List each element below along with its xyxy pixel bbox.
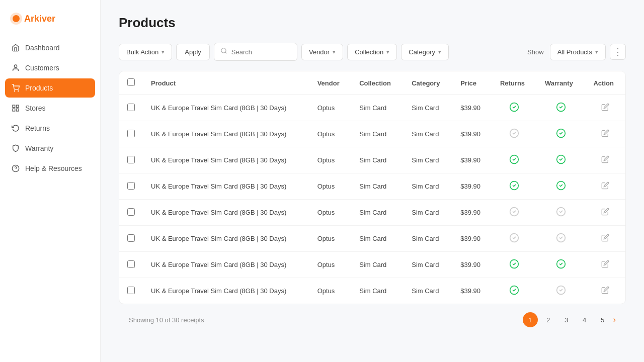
- sidebar-item-stores[interactable]: Stores: [5, 99, 95, 118]
- row-warranty-4: [537, 200, 585, 226]
- row-product-3: UK & Europe Travel Sim Card (8GB | 30 Da…: [143, 173, 309, 200]
- sidebar-item-label: Stores: [25, 104, 45, 112]
- shield-icon: [11, 144, 20, 153]
- row-collection-0: Sim Card: [351, 95, 404, 121]
- row-price-2: $39.90: [452, 147, 492, 173]
- sidebar-item-warranty[interactable]: Warranty: [5, 139, 95, 158]
- table-header-row: Product Vendor Collection Category Price…: [119, 71, 625, 95]
- sidebar-item-products[interactable]: Products: [5, 78, 95, 98]
- sidebar-item-dashboard[interactable]: Dashboard: [5, 38, 95, 57]
- page-btn-3[interactable]: 3: [559, 312, 574, 327]
- row-vendor-5: Optus: [309, 226, 352, 252]
- category-filter-button[interactable]: Category ▾: [401, 44, 449, 60]
- page-title: Products: [119, 15, 626, 31]
- collection-filter-button[interactable]: Collection ▾: [347, 44, 397, 60]
- sidebar-item-label: Warranty: [25, 144, 53, 152]
- sidebar-item-label: Dashboard: [25, 44, 60, 52]
- row-returns-4: [492, 200, 537, 226]
- show-label: Show: [527, 48, 544, 56]
- row-warranty-1: [537, 121, 585, 147]
- row-checkbox-cell: [119, 278, 143, 304]
- sidebar-item-returns[interactable]: Returns: [5, 119, 95, 138]
- chevron-down-icon: ▾: [595, 49, 598, 55]
- row-action-1[interactable]: [585, 121, 625, 147]
- page-btn-5[interactable]: 5: [595, 312, 610, 327]
- svg-rect-8: [16, 109, 19, 111]
- row-checkbox-0[interactable]: [127, 104, 135, 111]
- row-action-2[interactable]: [585, 147, 625, 173]
- chevron-down-icon: ▾: [333, 49, 336, 55]
- row-price-3: $39.90: [452, 173, 492, 200]
- next-page-button[interactable]: ›: [613, 315, 616, 324]
- row-category-6: Sim Card: [404, 252, 452, 278]
- row-returns-2: [492, 147, 537, 173]
- svg-point-3: [14, 65, 17, 67]
- row-warranty-6: [537, 252, 585, 278]
- row-checkbox-cell: [119, 226, 143, 252]
- row-action-4[interactable]: [585, 200, 625, 226]
- row-checkbox-cell: [119, 95, 143, 121]
- row-checkbox-cell: [119, 147, 143, 173]
- page-btn-4[interactable]: 4: [577, 312, 592, 327]
- help-icon: [11, 164, 20, 173]
- row-category-1: Sim Card: [404, 121, 452, 147]
- row-vendor-7: Optus: [309, 278, 352, 304]
- row-collection-1: Sim Card: [351, 121, 404, 147]
- row-action-3[interactable]: [585, 173, 625, 200]
- all-products-button[interactable]: All Products ▾: [550, 44, 606, 60]
- row-product-1: UK & Europe Travel Sim Card (8GB | 30 Da…: [143, 121, 309, 147]
- row-vendor-0: Optus: [309, 95, 352, 121]
- row-checkbox-cell: [119, 252, 143, 278]
- select-all-checkbox[interactable]: [127, 78, 135, 86]
- row-category-5: Sim Card: [404, 226, 452, 252]
- row-checkbox-1[interactable]: [127, 130, 135, 137]
- row-checkbox-3[interactable]: [127, 182, 135, 190]
- row-checkbox-5[interactable]: [127, 234, 135, 242]
- page-btn-2[interactable]: 2: [541, 312, 556, 327]
- row-category-7: Sim Card: [404, 278, 452, 304]
- row-vendor-1: Optus: [309, 121, 352, 147]
- row-price-6: $39.90: [452, 252, 492, 278]
- row-checkbox-2[interactable]: [127, 156, 135, 163]
- vendor-filter-button[interactable]: Vendor ▾: [301, 44, 343, 60]
- row-checkbox-7[interactable]: [127, 287, 135, 294]
- row-action-0[interactable]: [585, 95, 625, 121]
- grid-icon: [11, 104, 20, 113]
- return-icon: [11, 124, 20, 133]
- bulk-action-button[interactable]: Bulk Action ▾: [119, 44, 172, 60]
- nav: Dashboard Customers Products Stores: [0, 38, 100, 178]
- home-icon: [11, 43, 20, 52]
- svg-point-12: [221, 48, 226, 53]
- row-checkbox-cell: [119, 121, 143, 147]
- row-action-5[interactable]: [585, 226, 625, 252]
- row-warranty-5: [537, 226, 585, 252]
- row-action-6[interactable]: [585, 252, 625, 278]
- page-btn-1[interactable]: 1: [523, 312, 538, 327]
- search-input[interactable]: [231, 48, 291, 56]
- row-collection-4: Sim Card: [351, 200, 404, 226]
- table-row: UK & Europe Travel Sim Card (8GB | 30 Da…: [119, 147, 625, 173]
- svg-point-4: [14, 90, 15, 91]
- row-product-6: UK & Europe Travel Sim Card (8GB | 30 Da…: [143, 252, 309, 278]
- table-row: UK & Europe Travel Sim Card (8GB | 30 Da…: [119, 226, 625, 252]
- row-checkbox-cell: [119, 200, 143, 226]
- sidebar-item-label: Help & Resources: [25, 164, 82, 172]
- svg-point-5: [18, 90, 19, 91]
- row-action-7[interactable]: [585, 278, 625, 304]
- row-warranty-0: [537, 95, 585, 121]
- sidebar-item-customers[interactable]: Customers: [5, 58, 95, 77]
- row-product-0: UK & Europe Travel Sim Card (8GB | 30 Da…: [143, 95, 309, 121]
- sidebar-item-help[interactable]: Help & Resources: [5, 159, 95, 178]
- svg-rect-7: [16, 105, 19, 108]
- table-footer: Showing 10 of 30 receipts 1 2 3 4 5 ›: [119, 304, 626, 335]
- table-body: UK & Europe Travel Sim Card (8GB | 30 Da…: [119, 95, 625, 304]
- more-options-button[interactable]: ⋮: [610, 44, 626, 60]
- row-checkbox-6[interactable]: [127, 260, 135, 268]
- row-product-5: UK & Europe Travel Sim Card (8GB | 30 Da…: [143, 226, 309, 252]
- pagination: 1 2 3 4 5 ›: [523, 312, 616, 327]
- table-row: UK & Europe Travel Sim Card (8GB | 30 Da…: [119, 173, 625, 200]
- row-price-4: $39.90: [452, 200, 492, 226]
- row-checkbox-4[interactable]: [127, 208, 135, 216]
- user-icon: [11, 63, 20, 72]
- apply-button[interactable]: Apply: [176, 44, 210, 60]
